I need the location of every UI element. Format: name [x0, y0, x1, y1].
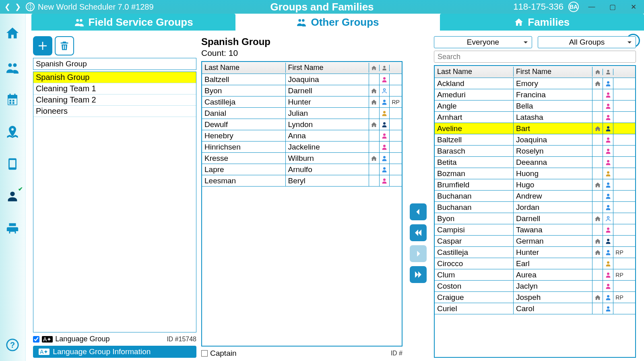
group-name-input[interactable]: [33, 58, 196, 70]
nav-back-button[interactable]: ❮: [2, 2, 12, 12]
captain-checkbox[interactable]: Captain: [201, 349, 237, 358]
close-button[interactable]: ✕: [625, 0, 642, 13]
move-all-left-button[interactable]: [410, 224, 427, 241]
table-row[interactable]: CastillejaHunterRP: [202, 96, 402, 108]
table-row[interactable]: AngleBella: [435, 101, 635, 112]
language-group-checkbox[interactable]: A✦ Language Group: [33, 335, 109, 343]
sidebar-calendar[interactable]: [2, 88, 23, 111]
search-input[interactable]: [434, 51, 636, 63]
table-row[interactable]: AcklandEmory: [435, 78, 635, 89]
table-row[interactable]: CraigueJospehRP: [435, 292, 635, 303]
congregation-id: 118-175-336: [513, 2, 564, 12]
sidebar-home[interactable]: [2, 22, 23, 44]
sidebar-help[interactable]: [2, 334, 23, 356]
table-row[interactable]: LapreArnulfo: [202, 164, 402, 175]
delete-group-button[interactable]: [55, 36, 74, 55]
table-row[interactable]: CastillejaHunterRP: [435, 247, 635, 258]
home-icon: [514, 17, 524, 27]
table-row[interactable]: CostonJaclyn: [435, 281, 635, 292]
table-row[interactable]: ByonDarnell: [435, 213, 635, 224]
table-row[interactable]: ByonDarnell: [202, 85, 402, 96]
table-row[interactable]: BuchananJordan: [435, 202, 635, 213]
table-row[interactable]: ArnhartLatasha: [435, 112, 635, 123]
sidebar-map[interactable]: [2, 121, 23, 143]
people-icon: [296, 17, 307, 27]
table-row[interactable]: ClumAureaRP: [435, 269, 635, 281]
table-row[interactable]: LeesmanBeryl: [202, 175, 402, 187]
member-id-label: ID #: [391, 350, 402, 357]
sidebar-person[interactable]: ✔: [2, 185, 23, 207]
table-row[interactable]: BetitaDeeanna: [435, 157, 635, 168]
tab-other-groups[interactable]: Other Groups: [235, 14, 440, 31]
maximize-button[interactable]: ▢: [605, 0, 621, 13]
add-group-button[interactable]: [33, 36, 52, 55]
table-row[interactable]: AvelineBart: [435, 123, 635, 134]
selected-group-name: Spanish Group: [201, 36, 402, 47]
sidebar-mobile[interactable]: [2, 153, 23, 175]
language-chip-icon: A✦: [42, 336, 53, 343]
table-row[interactable]: BaltzellJoaquina: [435, 134, 635, 146]
col-first-name[interactable]: First Name: [514, 67, 592, 77]
group-list-item[interactable]: Pioneers: [33, 106, 196, 117]
minimize-button[interactable]: —: [584, 0, 600, 13]
language-group-info-button[interactable]: A✦ Language Group Information: [33, 346, 196, 358]
filter-everyone-dropdown[interactable]: Everyone: [434, 36, 532, 48]
table-row[interactable]: BaraschRoselyn: [435, 146, 635, 157]
table-row[interactable]: DewulfLyndon: [202, 119, 402, 130]
people-icon: [74, 17, 85, 27]
table-row[interactable]: HenebryAnna: [202, 130, 402, 142]
table-row[interactable]: CampisiTawana: [435, 224, 635, 236]
user-badge[interactable]: BA: [568, 2, 579, 12]
col-house-icon[interactable]: [592, 69, 603, 75]
everyone-table: Last Name First Name AcklandEmoryAmeduri…: [434, 65, 636, 358]
table-row[interactable]: CiroccoEarl: [435, 258, 635, 269]
col-last-name[interactable]: Last Name: [202, 63, 286, 73]
table-row[interactable]: KresseWilburn: [202, 153, 402, 164]
sidebar-people[interactable]: [2, 56, 23, 79]
table-row[interactable]: BozmanHuong: [435, 168, 635, 179]
col-person-icon[interactable]: [380, 65, 390, 71]
table-row[interactable]: HinrichsenJackeline: [202, 142, 402, 153]
table-row[interactable]: BrumfieldHugo: [435, 179, 635, 191]
group-id-label: ID #15748: [167, 336, 196, 343]
filter-groups-dropdown[interactable]: All Groups: [538, 36, 636, 48]
table-row[interactable]: CasparGerman: [435, 236, 635, 247]
table-row[interactable]: BaltzellJoaquina: [202, 74, 402, 85]
sidebar: ✔: [0, 14, 26, 361]
move-all-right-button[interactable]: [410, 266, 427, 283]
group-list-item[interactable]: Cleaning Team 1: [33, 83, 196, 94]
selected-group-count: Count: 10: [201, 48, 402, 58]
col-person-icon[interactable]: [603, 69, 613, 75]
members-table: Last Name First Name BaltzellJoaquinaByo…: [201, 61, 402, 347]
group-list[interactable]: Spanish GroupCleaning Team 1Cleaning Tea…: [33, 72, 196, 332]
col-first-name[interactable]: First Name: [286, 63, 369, 73]
move-left-button[interactable]: [410, 203, 427, 220]
nav-forward-button[interactable]: ❯: [13, 2, 23, 12]
table-row[interactable]: AmeduriFrancina: [435, 89, 635, 101]
tab-row: Field Service Groups Other Groups Famili…: [31, 14, 644, 31]
globe-icon: [26, 2, 35, 11]
move-right-button: [410, 245, 427, 262]
table-row[interactable]: DanialJulian: [202, 108, 402, 119]
col-house-icon[interactable]: [369, 65, 380, 71]
tab-families[interactable]: Families: [440, 14, 644, 31]
sidebar-print[interactable]: [2, 217, 23, 240]
table-row[interactable]: BuchananAndrew: [435, 191, 635, 202]
table-row[interactable]: CurielCarol: [435, 303, 635, 314]
language-chip-icon: A✦: [39, 349, 50, 355]
title-bar: ❮ ❯ New World Scheduler 7.0 #1289 Groups…: [0, 0, 644, 14]
app-title: New World Scheduler 7.0 #1289: [38, 2, 154, 12]
group-list-item[interactable]: Cleaning Team 2: [33, 94, 196, 106]
tab-field-service-groups[interactable]: Field Service Groups: [31, 14, 235, 31]
group-list-item[interactable]: Spanish Group: [33, 72, 196, 83]
col-last-name[interactable]: Last Name: [435, 67, 514, 77]
